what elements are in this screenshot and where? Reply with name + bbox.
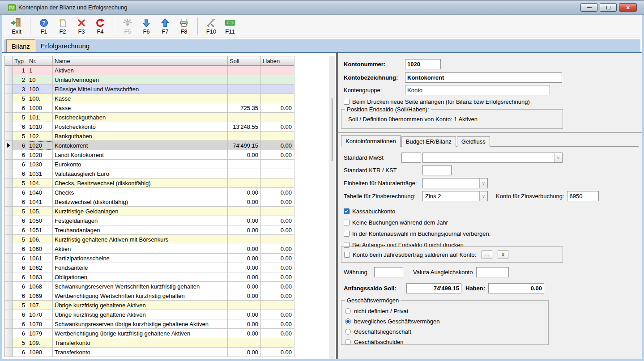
tab-budget-er-bilanz[interactable]: Budget ER/Bilanz xyxy=(401,136,456,147)
header-name[interactable]: Name xyxy=(53,56,228,66)
cell-typ: 6 xyxy=(13,150,27,160)
chevron-down-icon[interactable]: ∨ xyxy=(479,178,487,188)
chevron-down-icon[interactable]: ∨ xyxy=(554,153,562,162)
table-row[interactable]: 6 1051 Treuhandanlagen 0.00 0.00 xyxy=(5,225,294,235)
toolbar-button-exit[interactable]: Exit xyxy=(9,18,25,35)
table-row[interactable]: 6 1068 Schwankungsreserven Wertschriften… xyxy=(5,282,294,291)
restore-button[interactable] xyxy=(600,3,617,12)
form-radio[interactable]: nicht definiert / Privat xyxy=(345,306,548,316)
table-row[interactable]: 6 1060 Aktien 0.00 0.00 xyxy=(5,244,294,254)
close-button[interactable]: × xyxy=(619,3,637,12)
toolbar-button-f7[interactable]: F7 xyxy=(157,18,173,35)
toolbar-button-label: F5 xyxy=(124,28,131,35)
cell-haben: 0.00 xyxy=(261,272,294,282)
anfangssaldo-soll-input[interactable] xyxy=(406,283,461,293)
header-typ[interactable]: Typ xyxy=(13,56,27,66)
tab-erfolgsrechnung[interactable]: Erfolgsrechnung xyxy=(35,39,94,52)
table-row[interactable]: 6 1030 Eurokonto xyxy=(5,160,294,169)
chevron-down-icon[interactable]: ∨ xyxy=(479,191,487,201)
zinsberechnung-select[interactable]: Zins 2 ∨ xyxy=(422,191,488,201)
table-row[interactable]: 6 1041 Besitzwechsel (diskontfähig) 0.00… xyxy=(5,197,294,207)
title-bar[interactable]: Kontenplan der Bilanz und Erfolgsrechung… xyxy=(0,0,644,15)
toolbar-button-f11[interactable]: $ F11 xyxy=(222,18,238,35)
table-row[interactable]: 6 1062 Fondsanteile 0.00 0.00 xyxy=(5,263,294,272)
tab-kontoinformationen[interactable]: Kontoinformationen xyxy=(341,135,401,147)
table-row[interactable]: 3 100 Flüssige Mittel und Wertschriften xyxy=(5,85,294,94)
vertical-scrollbar[interactable] xyxy=(329,56,335,359)
table-row[interactable]: 6 1040 Checks 0.00 0.00 xyxy=(5,188,294,197)
cell-name: Bankguthaben xyxy=(53,132,228,141)
toolbar-button-f3[interactable]: F3 xyxy=(73,18,90,35)
cell-typ: 6 xyxy=(13,225,27,235)
form-radio[interactable]: Geschäftsliegenschaft xyxy=(345,327,548,337)
form-radio[interactable]: bewegliches Geschäftsvermögen xyxy=(345,316,548,327)
cell-soll xyxy=(228,235,261,244)
header-soll[interactable]: Soll xyxy=(228,56,261,66)
naturalertraege-select[interactable]: ∨ xyxy=(422,178,488,188)
table-row[interactable]: 5 104. Checks, Besitzwechsel (diskontfäh… xyxy=(5,178,294,188)
toolbar-button-f2[interactable]: F2 xyxy=(55,18,71,35)
tab-bilanz[interactable]: Bilanz xyxy=(6,39,35,52)
table-row[interactable]: 6 1020 Kontokorrent 74'499.15 0.00 xyxy=(5,141,294,150)
table-row[interactable]: 5 102. Bankguthaben xyxy=(5,132,294,141)
neue-seite-checkbox[interactable]: Beim Drucken neue Seite anfangen (für Bi… xyxy=(344,98,639,105)
checkbox-icon[interactable] xyxy=(344,252,350,258)
table-row[interactable]: 1 1 Aktiven xyxy=(5,66,294,75)
current-row-arrow-icon xyxy=(7,143,10,148)
header-haben[interactable]: Haben xyxy=(261,56,294,66)
form-radio[interactable]: Geschäftsschulden xyxy=(345,337,548,347)
standard-mwst-code-input[interactable] xyxy=(401,153,421,163)
table-row[interactable]: 6 1070 Übrige kurzfristig gehaltene Akti… xyxy=(5,310,294,319)
valuta-input[interactable] xyxy=(476,267,509,277)
table-row[interactable]: 6 1031 Valutaausgleich Euro xyxy=(5,169,294,178)
table-row[interactable]: 5 101. Postcheckguthaben xyxy=(5,113,294,122)
cell-nr: 1000 xyxy=(27,103,53,113)
kontonummer-input[interactable] xyxy=(405,59,441,69)
restore-icon xyxy=(606,6,610,9)
table-row[interactable]: 6 1010 Postcheckkonto 13'248.55 0.00 xyxy=(5,122,294,132)
table-row[interactable]: 6 1078 Schwankungsreserven übrige kurzfr… xyxy=(5,319,294,329)
waehrung-input[interactable] xyxy=(374,267,403,277)
zinsverbuchung-input[interactable] xyxy=(567,191,599,201)
cell-name: Landi Kontokorrent xyxy=(53,150,228,160)
table-row[interactable]: 5 109. Transferkonto xyxy=(5,338,294,348)
clear-konto-button[interactable]: x xyxy=(498,250,508,259)
table-row[interactable]: 5 106. Kurzfristig gehaltene Aktiven mit… xyxy=(5,235,294,244)
table-row[interactable]: 2 10 Umlaufvermögen xyxy=(5,75,294,85)
standard-ktr-input[interactable] xyxy=(422,165,452,175)
table-row[interactable]: 6 1000 Kasse 725.35 0.00 xyxy=(5,103,294,113)
standard-mwst-select[interactable]: ∨ xyxy=(422,153,563,163)
table-row[interactable]: 6 1063 Obligationen 0.00 0.00 xyxy=(5,272,294,282)
minimize-button[interactable] xyxy=(580,3,597,12)
toolbar-button-label: Exit xyxy=(12,28,21,35)
position-endsaldo-groupbox: Position Endsaldo (Soll/Haben): Soll / D… xyxy=(341,109,563,129)
toolbar-button-f6[interactable]: F6 xyxy=(138,18,154,35)
toolbar-button-f10[interactable]: F10 xyxy=(203,18,219,35)
anfangssaldo-haben-input[interactable] xyxy=(488,283,544,293)
toolbar-button-f8[interactable]: F8 xyxy=(176,18,192,35)
form-checkbox[interactable]: Keine Buchungen während dem Jahr xyxy=(344,217,448,228)
row-selector xyxy=(5,188,13,197)
table-row[interactable]: 5 100. Kasse xyxy=(5,94,294,103)
table-row[interactable]: 6 1079 Wertberichtigung übrige kurzfrist… xyxy=(5,329,294,338)
table-row[interactable]: 6 1061 Partizipationsscheine 0.00 0.00 xyxy=(5,254,294,263)
cell-name: Besitzwechsel (diskontfähig) xyxy=(53,197,228,207)
form-checkbox[interactable]: In der Kontenauswahl im Buchungsjournal … xyxy=(344,228,490,239)
kontobezeichnung-input[interactable] xyxy=(405,72,562,83)
scrollbar-thumb[interactable] xyxy=(332,98,333,161)
table-row[interactable]: 6 1090 Transferkonto 0.00 0.00 xyxy=(5,348,294,357)
table-row[interactable]: 6 1028 Landi Kontokorrent 0.00 0.00 xyxy=(5,150,294,160)
toolbar-button-f1[interactable]: ? F1 xyxy=(36,18,52,35)
toolbar-button-f4[interactable]: F4 xyxy=(92,18,108,35)
header-nr[interactable]: Nr. xyxy=(27,56,53,66)
cell-haben: 0.00 xyxy=(261,225,294,235)
table-row[interactable]: 6 1050 Festgeldanlagen 0.00 0.00 xyxy=(5,216,294,225)
browse-konto-button[interactable]: ... xyxy=(482,250,492,259)
table-row[interactable]: 5 107. Übrige kurzfristig gehaltene Akti… xyxy=(5,301,294,310)
table-row[interactable]: 6 1069 Wertberichtigung Wertschriften ku… xyxy=(5,291,294,301)
toolbar-button-label: F1 xyxy=(40,28,47,35)
tab-geldfluss[interactable]: Geldfluss xyxy=(457,136,490,147)
table-row[interactable]: 5 105. Kurzfristige Geldanlagen xyxy=(5,207,294,216)
kontengruppe-input[interactable] xyxy=(405,85,550,95)
form-checkbox[interactable]: ✔ Kassabuchkonto xyxy=(344,206,395,217)
